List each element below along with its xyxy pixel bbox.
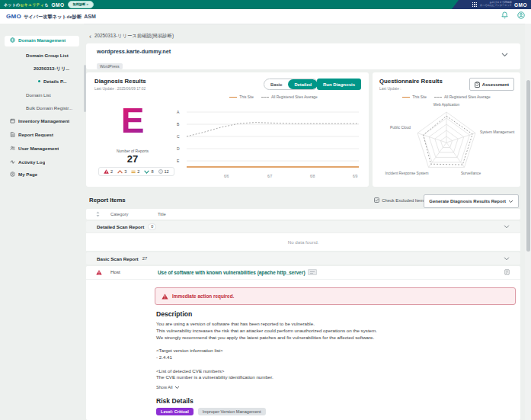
checklist-icon	[374, 197, 379, 203]
description-heading: Description	[156, 310, 192, 318]
sidebar-item-label: Inventory Management	[18, 118, 69, 123]
sidebar-item-activity-log[interactable]: Activity Log	[10, 159, 45, 165]
warning-triangle-icon	[162, 293, 168, 300]
sidebar-item-my-page[interactable]: My Page	[10, 172, 37, 177]
free-diagnosis-button[interactable]: 無料診断 >	[68, 1, 94, 8]
report-icon	[10, 132, 15, 137]
sidebar-item-domain-group-list[interactable]: Domain Group List	[26, 53, 69, 58]
sidebar-item-domain-management[interactable]: Domain Management	[10, 37, 66, 43]
diagnosis-title: Diagnosis Results	[94, 78, 146, 85]
person-icon	[10, 172, 15, 177]
sidebar: Domain Management Domain Group List 2025…	[0, 24, 84, 420]
severity-critical: 2	[104, 169, 113, 174]
sidebar-item-label: Report Request	[18, 132, 53, 137]
run-diagnosis-button[interactable]: Run Diagnosis	[317, 79, 361, 90]
user-account-icon[interactable]	[517, 11, 525, 19]
chevron-down-icon	[174, 386, 180, 390]
group-detailed-scan-report[interactable]: Detailed Scan Report 0	[86, 221, 520, 232]
y-grade-D: D	[177, 146, 180, 151]
info-circle-icon	[158, 169, 163, 174]
vulnerability-title-link[interactable]: Use of software with known vulnerabiliti…	[158, 269, 317, 275]
collapse-domain-chevron-icon[interactable]	[501, 53, 508, 57]
domain-card: wordpress.karte-dummy.net WordPress	[86, 43, 520, 69]
sidebar-item-label: Activity Log	[18, 159, 45, 165]
back-chevron-icon[interactable]: ‹	[89, 34, 91, 39]
legend-average-swatch	[261, 97, 269, 98]
low-chevron-down-icon	[144, 170, 149, 174]
risk-level-badge: Level: Critical	[156, 408, 194, 415]
no-data-row: No data found.	[86, 233, 520, 251]
immediate-action-alert: Immediate action required.	[155, 287, 516, 305]
report-items-title: Report Items	[89, 197, 126, 204]
sidebar-item-user-management[interactable]: User Management	[10, 146, 59, 151]
sidebar-item-domain-group[interactable]: 20250313-リリ...	[34, 66, 69, 72]
row-category: Host	[110, 269, 120, 274]
description-body: You are using a version of software that…	[156, 321, 508, 381]
exclude-item-icon[interactable]	[504, 269, 510, 275]
grade-history-line-chart	[187, 107, 359, 173]
toggle-detailed[interactable]: Detailed	[288, 79, 318, 89]
sidebar-item-label: Domain List	[26, 92, 51, 98]
diagnosis-results-card: Diagnosis Results Last Update : 2025/06/…	[86, 72, 369, 187]
diagnosis-last-update: Last Update : 2025/06/09 17:02	[94, 87, 146, 91]
cms-tag: WordPress	[97, 63, 123, 69]
title-attachment-badge-icon	[308, 269, 317, 275]
sidebar-item-label: 20250313-リリ...	[34, 66, 69, 72]
app-header: GMO サイバー攻撃ネットde診断 ASM	[0, 9, 531, 24]
generate-report-dropdown-button[interactable]: Generate Diagnosis Results Report	[424, 194, 519, 208]
sidebar-item-details-page[interactable]: Details P...	[38, 79, 67, 84]
severity-low: 8	[144, 169, 153, 174]
chevron-down-icon[interactable]	[504, 225, 510, 229]
breadcrumb: ‹ 20250313-リリース前確認(簡易診断)	[89, 33, 174, 40]
column-title[interactable]: Title	[158, 212, 166, 216]
high-chevron-up-icon	[117, 170, 123, 174]
chevron-down-icon	[508, 200, 513, 204]
radar-axis-web-application: Web Application	[373, 103, 520, 107]
critical-triangle-icon	[96, 270, 102, 275]
risk-badges: Level: Critical Improper Version Managem…	[156, 408, 266, 415]
group-count-badge: 0	[148, 223, 156, 230]
check-excluded-items-button[interactable]: Check Excluded Items	[374, 197, 426, 203]
sidebar-item-report-request[interactable]: Report Request	[10, 132, 53, 137]
radar-axis-system-management: System Management	[480, 130, 520, 134]
critical-triangle-icon	[104, 169, 109, 174]
sidebar-item-label: Domain Management	[18, 37, 66, 43]
sidebar-item-label: User Management	[18, 146, 59, 151]
globe-icon	[10, 37, 15, 43]
activity-icon	[10, 159, 15, 165]
page-scrollbar-thumb[interactable]	[526, 80, 530, 252]
severity-sort-icon[interactable]	[96, 211, 100, 217]
radar-axis-surveillance: Surveillance	[449, 172, 493, 175]
y-grade-C: C	[177, 134, 180, 139]
legend-site-swatch	[229, 97, 237, 98]
gmo-group-logo: GMO	[514, 2, 527, 8]
report-row[interactable]: Host Use of software with known vulnerab…	[86, 266, 520, 280]
product-logo: GMO サイバー攻撃ネットde診断 ASM	[0, 13, 96, 21]
report-table-header: Category Title	[86, 209, 520, 220]
active-dot-icon	[38, 80, 40, 82]
group-basic-scan-report[interactable]: Basic Scan Report 27	[86, 252, 520, 265]
domain-name: wordpress.karte-dummy.net	[97, 48, 171, 55]
promo-topbar: ネットのセキュリティも GMO 無料診断 > おかげさまで29周年すべての人にイ…	[0, 0, 531, 9]
users-icon	[10, 146, 15, 151]
show-all-toggle[interactable]: Show All	[156, 385, 180, 390]
chevron-down-icon[interactable]	[504, 257, 510, 261]
y-grade-B: B	[177, 122, 179, 127]
notification-bell-icon[interactable]	[501, 11, 508, 19]
inventory-icon	[10, 118, 15, 123]
x-tick: 6/8	[310, 175, 315, 178]
sidebar-item-inventory-management[interactable]: Inventory Management	[10, 118, 69, 123]
toggle-basic[interactable]: Basic	[264, 79, 288, 89]
severity-summary: 2 3 2 8 12	[98, 167, 174, 176]
column-category[interactable]: Category	[110, 212, 129, 216]
x-tick: 6/6	[224, 175, 229, 178]
sidebar-item-domain-list[interactable]: Domain List	[26, 92, 51, 98]
sidebar-item-bulk-domain-registration[interactable]: Bulk Domain Registr...	[26, 105, 72, 111]
risk-details-heading: Risk Details	[156, 397, 194, 405]
sidebar-item-label: My Page	[18, 172, 37, 177]
line-chart-legend: This Site All Registered Sites Average	[185, 95, 362, 99]
radar-axis-public-cloud: Public Cloud	[383, 126, 411, 130]
app-grid-icon[interactable]	[472, 2, 478, 8]
severity-info: 12	[158, 169, 169, 174]
sidebar-item-label: Bulk Domain Registr...	[26, 105, 72, 111]
